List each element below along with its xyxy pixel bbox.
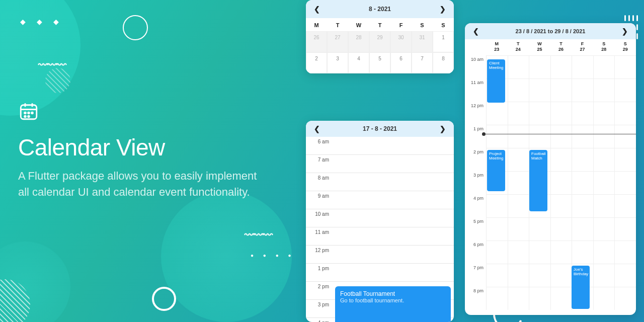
week-cell[interactable] <box>572 194 593 217</box>
week-cell[interactable] <box>529 102 550 125</box>
day-hour-slot[interactable] <box>333 173 454 191</box>
week-cell[interactable] <box>572 78 593 102</box>
month-day-cell[interactable]: 7 <box>412 52 433 73</box>
prev-month-button[interactable]: ❮ <box>312 4 322 14</box>
day-hour-row[interactable]: 9 am <box>306 191 454 209</box>
week-cell[interactable] <box>486 125 508 148</box>
week-cell[interactable] <box>508 264 529 287</box>
day-hour-row[interactable]: 1 pm <box>306 264 454 282</box>
month-day-cell[interactable]: 26 <box>306 31 327 52</box>
month-day-cell[interactable]: 29 <box>369 31 390 52</box>
week-cell[interactable] <box>550 217 572 240</box>
prev-week-button[interactable]: ❮ <box>471 26 481 36</box>
month-day-cell[interactable]: 3 <box>327 52 348 73</box>
week-cell[interactable] <box>593 125 615 148</box>
prev-day-button[interactable]: ❮ <box>312 124 322 134</box>
month-day-cell[interactable]: 27 <box>327 31 348 52</box>
week-cell[interactable] <box>486 217 508 240</box>
week-event[interactable]: Project Meeting <box>487 150 505 191</box>
week-cell[interactable] <box>508 194 529 217</box>
week-cell[interactable] <box>593 194 615 217</box>
week-cell[interactable] <box>550 78 572 102</box>
week-cell[interactable] <box>593 171 615 194</box>
week-cell[interactable] <box>550 102 572 125</box>
week-cell[interactable] <box>572 240 593 264</box>
month-day-cell[interactable]: 1 <box>433 31 454 52</box>
next-day-button[interactable]: ❯ <box>438 124 448 134</box>
day-hour-slot[interactable] <box>333 246 454 263</box>
day-event[interactable]: Football TournamentGo to football tourna… <box>335 286 451 322</box>
month-day-cell[interactable]: 8 <box>433 52 454 73</box>
day-hour-slot[interactable] <box>333 264 454 281</box>
week-cell[interactable] <box>572 217 593 240</box>
month-day-cell[interactable]: 31 <box>412 31 433 52</box>
week-cell[interactable] <box>593 240 615 264</box>
week-cell[interactable] <box>614 78 636 102</box>
week-cell[interactable] <box>529 264 550 287</box>
week-cell[interactable] <box>508 125 529 148</box>
week-cell[interactable] <box>508 55 529 78</box>
week-cell[interactable] <box>572 102 593 125</box>
next-week-button[interactable]: ❯ <box>620 26 630 36</box>
week-cell[interactable] <box>593 148 615 171</box>
week-cell[interactable] <box>614 102 636 125</box>
week-cell[interactable] <box>593 102 615 125</box>
month-day-cell[interactable]: 30 <box>390 31 412 52</box>
week-event[interactable]: Joe's Birthday <box>572 266 590 309</box>
day-hour-slot[interactable] <box>333 155 454 173</box>
week-cell[interactable] <box>550 55 572 78</box>
week-cell[interactable] <box>486 194 508 217</box>
month-day-cell[interactable]: 4 <box>348 52 369 73</box>
day-hour-slot[interactable] <box>333 227 454 245</box>
week-cell[interactable] <box>614 148 636 171</box>
month-day-cell[interactable]: 2 <box>306 52 327 73</box>
week-cell[interactable] <box>486 240 508 264</box>
day-hour-slot[interactable] <box>333 209 454 227</box>
week-event[interactable]: Football Match <box>529 150 547 211</box>
week-cell[interactable] <box>572 55 593 78</box>
week-cell[interactable] <box>508 217 529 240</box>
month-day-cell[interactable]: 5 <box>369 52 390 73</box>
week-cell[interactable] <box>593 287 615 310</box>
week-cell[interactable] <box>508 102 529 125</box>
week-cell[interactable] <box>508 287 529 310</box>
day-hour-row[interactable]: 12 pm <box>306 246 454 264</box>
week-cell[interactable] <box>529 240 550 264</box>
week-cell[interactable] <box>614 240 636 264</box>
week-cell[interactable] <box>508 78 529 102</box>
week-cell[interactable] <box>529 78 550 102</box>
week-cell[interactable] <box>593 55 615 78</box>
week-cell[interactable] <box>508 240 529 264</box>
month-day-cell[interactable]: 28 <box>348 31 369 52</box>
day-hour-row[interactable]: 11 am <box>306 227 454 246</box>
week-cell[interactable] <box>508 148 529 171</box>
next-month-button[interactable]: ❯ <box>438 4 448 14</box>
week-cell[interactable] <box>572 148 593 171</box>
day-hour-row[interactable]: 6 am <box>306 137 454 155</box>
week-cell[interactable] <box>529 125 550 148</box>
week-cell[interactable] <box>614 264 636 287</box>
week-cell[interactable] <box>593 78 615 102</box>
week-cell[interactable] <box>550 287 572 310</box>
week-cell[interactable] <box>593 217 615 240</box>
month-day-cell[interactable]: 6 <box>390 52 412 73</box>
week-cell[interactable] <box>529 217 550 240</box>
week-cell[interactable] <box>614 55 636 78</box>
week-cell[interactable] <box>614 171 636 194</box>
week-cell[interactable] <box>508 171 529 194</box>
week-cell[interactable] <box>529 287 550 310</box>
week-cell[interactable] <box>614 194 636 217</box>
day-hour-row[interactable]: 10 am <box>306 209 454 227</box>
week-cell[interactable] <box>550 240 572 264</box>
week-cell[interactable] <box>593 264 615 287</box>
day-hour-slot[interactable] <box>333 191 454 209</box>
week-cell[interactable] <box>614 217 636 240</box>
week-cell[interactable] <box>614 125 636 148</box>
week-cell[interactable] <box>572 171 593 194</box>
week-cell[interactable] <box>550 125 572 148</box>
week-cell[interactable] <box>529 55 550 78</box>
week-cell[interactable] <box>550 148 572 171</box>
week-cell[interactable] <box>486 287 508 310</box>
week-event[interactable]: Client Meeting <box>487 59 505 103</box>
week-cell[interactable] <box>486 264 508 287</box>
